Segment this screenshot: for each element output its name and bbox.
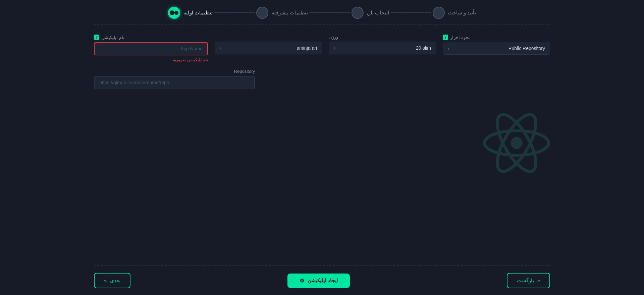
deploy-method-help-icon[interactable]: ? <box>443 35 448 40</box>
step-1-label: تنظیمات اولیه <box>183 10 213 16</box>
main-content: نام اپلیکیشن ? نام اپلیکیشن ضروریه owner… <box>0 24 644 183</box>
version-chevron-icon: › <box>334 45 335 51</box>
repo-group: Repository <box>94 69 255 89</box>
step-4-label: تأیید و ساخت <box>448 10 476 16</box>
app-name-group: نام اپلیکیشن ? نام اپلیکیشن ضروریه <box>94 35 208 62</box>
next-button[interactable]: بعدی « <box>94 273 130 288</box>
deploy-method-group: نحوه احراز ? › Public Repository <box>443 35 550 55</box>
step-2-label: تنظیمات پیشرفته <box>272 10 308 16</box>
step-3-label: انتخاب پلن <box>367 10 389 16</box>
owner-value: aminjafari <box>297 45 317 51</box>
deploy-method-select[interactable]: › Public Repository <box>443 42 550 55</box>
version-group: ورژن › 20-slim <box>329 35 436 54</box>
step-4: تأیید و ساخت <box>433 7 476 19</box>
react-logo-container <box>94 96 550 177</box>
step-1: تنظیمات اولیه <box>168 7 213 19</box>
svg-point-0 <box>511 137 523 149</box>
connector-3-4 <box>391 12 431 13</box>
app-name-error: نام اپلیکیشن ضروریه <box>94 57 208 62</box>
step-2: تنظیمات پیشرفته <box>256 7 308 19</box>
bottom-actions: » بازگشت ایجاد اپلیکیشن ⚙ بعدی « <box>0 266 644 295</box>
version-value: 20-slim <box>416 45 431 51</box>
back-button[interactable]: » بازگشت <box>507 273 550 288</box>
step-3-circle <box>352 7 364 19</box>
owner-chevron-icon: › <box>220 45 221 51</box>
connector-1-2 <box>214 12 255 13</box>
bottom-section: » بازگشت ایجاد اپلیکیشن ⚙ بعدی « <box>0 265 644 295</box>
react-logo-icon <box>483 109 550 177</box>
create-label: ایجاد اپلیکیشن <box>308 278 337 284</box>
next-chevron-icon: « <box>104 278 107 284</box>
version-label: ورژن <box>329 35 436 40</box>
app-name-input[interactable] <box>94 42 208 55</box>
back-label: بازگشت <box>517 278 534 284</box>
stepper: تأیید و ساخت انتخاب پلن تنظیمات پیشرفته … <box>0 0 644 24</box>
deploy-method-chevron-icon: › <box>448 46 449 51</box>
gear-icon: ⚙ <box>300 278 304 284</box>
version-select[interactable]: › 20-slim <box>329 42 436 54</box>
repo-section-wrapper: Repository <box>94 69 550 89</box>
form-row-1: نام اپلیکیشن ? نام اپلیکیشن ضروریه owner… <box>94 35 550 62</box>
deploy-method-label: نحوه احراز ? <box>443 35 550 40</box>
create-app-button[interactable]: ایجاد اپلیکیشن ⚙ <box>287 274 350 288</box>
owner-group: owner › aminjafari <box>215 35 322 54</box>
app-name-help-icon[interactable]: ? <box>94 35 99 40</box>
owner-select[interactable]: › aminjafari <box>215 42 322 54</box>
app-name-label: نام اپلیکیشن ? <box>94 35 208 40</box>
deploy-method-value: Public Repository <box>508 46 545 51</box>
step-4-circle <box>433 7 445 19</box>
step-1-circle <box>168 7 180 19</box>
step-3: انتخاب پلن <box>352 7 389 19</box>
connector-2-3 <box>310 12 350 13</box>
step-2-circle <box>256 7 268 19</box>
repo-label: Repository <box>94 69 255 74</box>
back-chevron-icon: » <box>537 278 540 284</box>
next-label: بعدی <box>110 278 120 284</box>
repo-input[interactable] <box>94 76 255 89</box>
